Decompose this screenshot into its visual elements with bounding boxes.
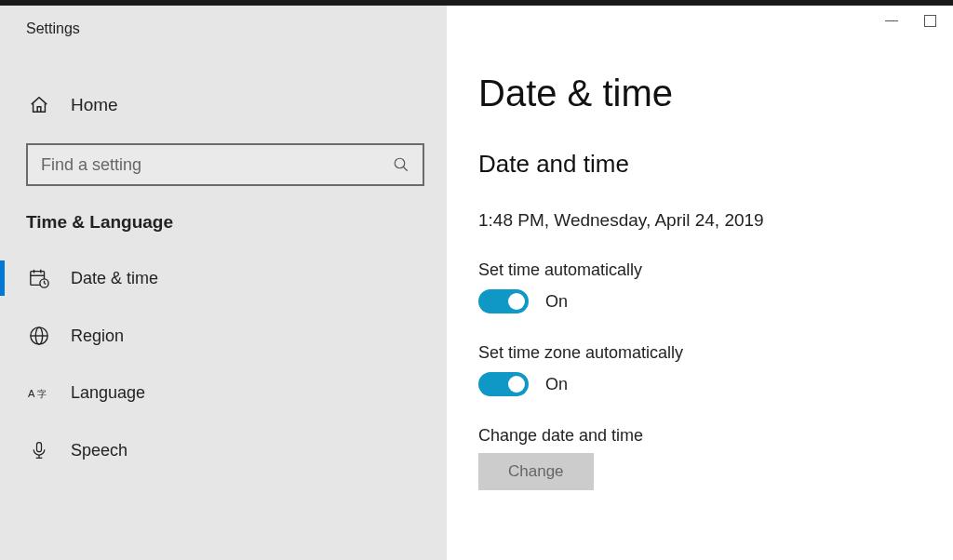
- search-icon: [393, 156, 409, 173]
- sidebar-item-label: Language: [71, 383, 145, 403]
- content-pane: Date & time Date and time 1:48 PM, Wedne…: [447, 6, 953, 560]
- app-title: Settings: [0, 6, 447, 50]
- page-title: Date & time: [478, 73, 953, 114]
- auto-time-row: On: [478, 289, 953, 313]
- search-box[interactable]: [26, 143, 424, 186]
- svg-line-8: [45, 284, 47, 285]
- globe-icon: [28, 326, 50, 346]
- sidebar-item-language[interactable]: A 字 Language: [0, 365, 447, 421]
- language-icon: A 字: [28, 384, 50, 403]
- svg-rect-14: [37, 443, 42, 452]
- auto-tz-state: On: [545, 375, 568, 394]
- svg-point-0: [395, 158, 405, 168]
- settings-window: Settings Home: [0, 6, 953, 560]
- maximize-button[interactable]: [924, 15, 936, 27]
- sidebar: Settings Home: [0, 6, 447, 560]
- section-heading-datetime: Date and time: [478, 150, 953, 179]
- toggle-knob: [508, 293, 525, 310]
- calendar-clock-icon: [28, 268, 50, 288]
- search-input[interactable]: [41, 155, 393, 175]
- sidebar-item-label: Region: [71, 327, 124, 346]
- svg-text:A: A: [28, 388, 35, 399]
- auto-tz-toggle[interactable]: [478, 372, 529, 396]
- change-button[interactable]: Change: [478, 453, 594, 490]
- sidebar-item-label: Speech: [71, 441, 128, 460]
- toggle-knob: [508, 376, 525, 393]
- auto-tz-row: On: [478, 372, 953, 396]
- svg-text:字: 字: [37, 389, 47, 399]
- auto-time-label: Set time automatically: [478, 260, 953, 280]
- current-datetime: 1:48 PM, Wednesday, April 24, 2019: [478, 210, 953, 231]
- sidebar-item-date-time[interactable]: Date & time: [0, 249, 447, 307]
- auto-tz-label: Set time zone automatically: [478, 343, 953, 363]
- sidebar-section-title: Time & Language: [0, 186, 447, 249]
- minimize-button[interactable]: [885, 20, 898, 21]
- home-label: Home: [71, 95, 118, 115]
- auto-time-state: On: [545, 292, 568, 312]
- home-nav[interactable]: Home: [0, 76, 447, 134]
- microphone-icon: [28, 440, 50, 460]
- sidebar-item-speech[interactable]: Speech: [0, 421, 447, 479]
- search-container: [0, 143, 447, 186]
- window-controls: [885, 15, 936, 27]
- change-datetime-label: Change date and time: [478, 426, 953, 446]
- svg-line-1: [403, 167, 408, 171]
- home-icon: [28, 95, 50, 115]
- auto-time-toggle[interactable]: [478, 289, 529, 313]
- sidebar-item-label: Date & time: [71, 269, 158, 288]
- sidebar-item-region[interactable]: Region: [0, 307, 447, 365]
